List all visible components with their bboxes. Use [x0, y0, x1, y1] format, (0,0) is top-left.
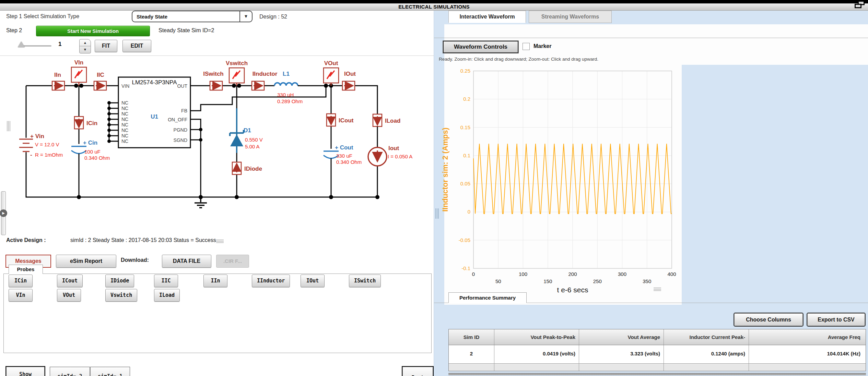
current-source-iout[interactable]: Iout I = 0.050 A — [368, 145, 412, 166]
svg-text:-: - — [30, 151, 32, 158]
splitter-grip-icon[interactable] — [7, 121, 11, 131]
expand-arrow-icon[interactable]: ▶ — [0, 209, 7, 217]
waveform-tabstrip — [434, 26, 868, 38]
table-cell: 104.014K (Hz) — [749, 345, 864, 363]
design-panel: Step 1 Select Simulation Type Steady Sta… — [0, 11, 434, 376]
stepper-down-icon[interactable]: ▼ — [80, 46, 91, 53]
waveform-status-text: Ready. Zoom-in: Click and drag downward;… — [439, 57, 598, 62]
junction-dot — [324, 84, 328, 88]
probe-button-icin[interactable]: ICin — [9, 275, 33, 287]
probe-button-iic[interactable]: IIC — [154, 275, 178, 287]
capacitor-cout[interactable]: + Cout 330 uF 0.340 Ohm — [324, 144, 362, 197]
simulation-type-dropdown[interactable]: Steady State ▼ — [132, 11, 253, 22]
probe-icout[interactable]: ICout — [327, 114, 354, 126]
resize-grip-icon[interactable] — [216, 240, 224, 243]
nc-pin-label: NC — [121, 138, 128, 144]
probe-button-iin[interactable]: IIn — [203, 275, 227, 287]
choose-columns-button[interactable]: Choose Columns — [734, 313, 803, 326]
svg-text:OUT: OUT — [177, 83, 187, 89]
table-empty-cell — [494, 364, 579, 371]
nc-pin-label: NC — [121, 117, 128, 122]
stepper-up-icon[interactable]: ▲ — [80, 39, 91, 46]
probe-iinductor[interactable]: IInductor — [252, 71, 278, 90]
zoom-slider-handle[interactable] — [18, 41, 25, 47]
probe-iout[interactable]: IOut — [342, 71, 356, 90]
x-axis-title: t e-6 secs — [557, 286, 588, 294]
waveform-controls-button[interactable]: Waveform Controls — [443, 41, 518, 53]
probe-button-icout[interactable]: ICout — [57, 275, 83, 287]
probe-vin[interactable]: VIn — [71, 59, 86, 86]
svg-text:0.550 V: 0.550 V — [245, 137, 263, 143]
svg-text:350: 350 — [643, 278, 651, 284]
probe-iin[interactable]: IIn — [52, 72, 64, 90]
splitter-grip-icon[interactable] — [435, 208, 439, 219]
probe-icin[interactable]: ICin — [74, 117, 97, 129]
sim-history-button-simid-1[interactable]: simId= 12017-08-15 20:00 — [90, 367, 130, 376]
diode-d1[interactable]: D1 0.550 V 5.00 A — [230, 108, 263, 153]
data-file-button[interactable]: DATA FILE — [162, 255, 211, 268]
table-cell: 2 — [449, 345, 494, 363]
nc-pin-label: NC — [121, 111, 128, 117]
table-empty-cell — [579, 364, 664, 371]
tab-streaming-waveforms[interactable]: Streaming Waveforms — [529, 11, 612, 23]
svg-text:0.15: 0.15 — [460, 124, 470, 130]
export-to-csv-button[interactable]: Export to CSV — [807, 313, 865, 326]
probe-idiode[interactable]: IDiode — [232, 162, 262, 174]
probe-vout[interactable]: VOut — [324, 60, 339, 86]
chevron-down-icon[interactable]: ▼ — [239, 11, 252, 22]
waveform-chart[interactable]: 0.250.20.150.10.050-0.05-0.1 01002003004… — [434, 62, 702, 302]
performance-summary-tab[interactable]: Performance Summary — [448, 292, 527, 303]
sim-history-button-simid-2[interactable]: simId= 22017-08-15 20:03 — [50, 367, 90, 376]
junction-dot — [329, 195, 333, 199]
fit-button[interactable]: FIT — [95, 40, 117, 52]
x-axis-tick-labels: 010020030040050150250350 — [472, 271, 676, 284]
probes-tab[interactable]: Probes — [9, 265, 43, 274]
capacitor-cin[interactable]: + Cin 100 uF 0.340 Ohm — [71, 140, 110, 197]
table-header-cell[interactable]: Average Freq — [749, 329, 864, 345]
table-cell: 0.0419 (volts) — [494, 345, 579, 363]
probe-button-iout[interactable]: IOut — [301, 275, 325, 287]
table-header-cell[interactable]: Sim ID — [449, 329, 494, 345]
junction-dot — [107, 123, 111, 126]
probe-vswitch[interactable]: Vswitch — [226, 60, 248, 86]
show-current-design-button[interactable]: ShowCurrentDesign — [6, 367, 45, 376]
probe-button-vswitch[interactable]: Vswitch — [105, 289, 137, 302]
svg-text:VIN: VIN — [121, 83, 129, 89]
start-new-simulation-button[interactable]: Start New Simulation — [36, 26, 150, 36]
svg-text:LM2574-3P3NPA: LM2574-3P3NPA — [132, 79, 177, 86]
restore-window-icon[interactable] — [853, 1, 865, 10]
probe-button-vin[interactable]: VIn — [9, 289, 33, 302]
probe-button-idiode[interactable]: IDiode — [105, 275, 134, 287]
svg-text:Iout: Iout — [388, 145, 399, 151]
probe-button-vout[interactable]: VOut — [57, 289, 81, 302]
table-header-cell[interactable]: Vout Average — [579, 329, 664, 345]
esim-report-button[interactable]: eSim Report — [56, 255, 116, 268]
resize-grip-icon[interactable] — [654, 288, 661, 291]
probe-button-iload[interactable]: ILoad — [154, 289, 180, 302]
ic-u1[interactable]: LM2574-3P3NPA VIN U1 OUT FB ON_OFF PGND … — [107, 77, 190, 148]
table-header-cell[interactable]: Inductor Current Peak- — [664, 329, 749, 345]
ic-ground-wire — [190, 119, 201, 197]
probe-button-iinductor[interactable]: IInductor — [252, 275, 290, 287]
electrical-simulations-app: ELECTRICAL SIMULATIONS Step 1 Select Sim… — [0, 0, 868, 376]
download-label: Download: — [121, 257, 149, 263]
svg-text:FB: FB — [181, 108, 187, 113]
probe-button-iswitch[interactable]: ISwitch — [349, 275, 381, 287]
zoom-stepper[interactable]: ▲ ▼ — [79, 39, 91, 53]
svg-text:150: 150 — [543, 278, 552, 284]
app-title: ELECTRICAL SIMULATIONS — [0, 4, 868, 10]
panel-collapse-bar[interactable]: ▶ — [1, 191, 6, 235]
marker-checkbox[interactable] — [523, 43, 530, 50]
junction-dot — [107, 112, 111, 116]
probe-iswitch[interactable]: ISwitch — [203, 71, 224, 90]
probe-iload[interactable]: ILoad — [373, 114, 400, 126]
circuit-schematic[interactable]: + Vin V = 12.0 V - R = 1mOhm IIn VIn — [3, 57, 432, 232]
past-sims-button[interactable]: PastSims — [402, 367, 433, 376]
probe-iic[interactable]: IIC — [94, 72, 106, 90]
tab-interactive-waveform[interactable]: Interactive Waveform — [448, 11, 526, 23]
table-scrollbar[interactable] — [448, 373, 866, 375]
inductor-l1[interactable]: L1 330 uH 0.289 Ohm — [274, 71, 303, 104]
table-header-cell[interactable]: Vout Peak-to-Peak — [494, 329, 579, 345]
vout-rail-wire — [298, 86, 377, 114]
edit-button[interactable]: EDIT — [122, 40, 151, 52]
